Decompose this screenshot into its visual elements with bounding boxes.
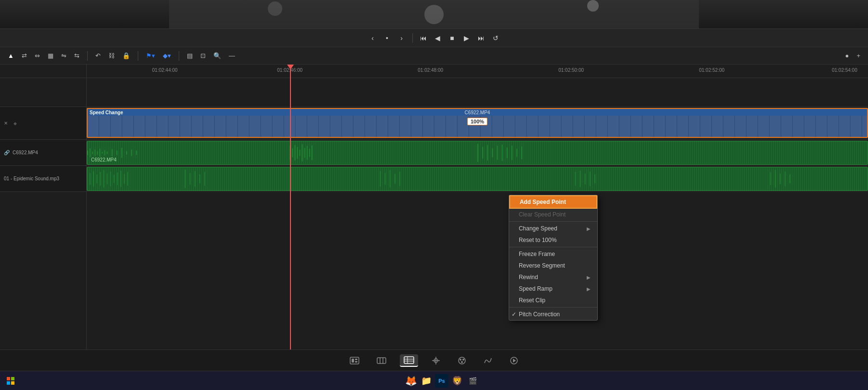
lock-button[interactable]: 🔒: [119, 50, 133, 62]
flag-button[interactable]: ⚑▾: [143, 50, 158, 62]
separator: [412, 33, 413, 43]
svg-marker-84: [513, 359, 516, 363]
fusion-page-button[interactable]: [428, 354, 444, 367]
svg-rect-36: [93, 171, 94, 187]
transport-bar: ‹ • › ⏮ ◀ ■ ▶ ⏭ ↺: [0, 29, 868, 47]
step-forward-button[interactable]: ⏭: [475, 32, 487, 44]
zoom-out-button[interactable]: —: [226, 50, 238, 62]
context-menu-reset-clip[interactable]: Reset Clip: [509, 295, 597, 306]
pitch-correction-label: Pitch Correction: [519, 311, 560, 318]
nav-back-button[interactable]: ‹: [367, 32, 379, 44]
marker-button[interactable]: ◆▾: [160, 50, 174, 62]
brave-icon[interactable]: 🦁: [450, 374, 464, 388]
go-start-button[interactable]: ⏮: [418, 32, 429, 44]
folder-icon[interactable]: 📁: [420, 374, 433, 388]
transform-button[interactable]: ⇆: [71, 50, 82, 62]
firefox-icon[interactable]: 🦊: [404, 374, 418, 388]
stop-button[interactable]: ■: [447, 32, 458, 44]
loop-button[interactable]: ↺: [490, 32, 501, 44]
photoshop-icon[interactable]: Ps: [435, 374, 448, 388]
zoom-fit-button[interactable]: ⊡: [197, 50, 209, 62]
track-row-video[interactable]: Speed Change C6922.MP4 100%: [87, 107, 868, 140]
fairlight-icon: [484, 356, 492, 365]
ruler-tick-5: 01:02:52:00: [699, 67, 724, 73]
svg-rect-8: [107, 151, 108, 154]
media-pool-button[interactable]: [346, 355, 363, 366]
svg-rect-20: [302, 144, 303, 161]
clip-view-button[interactable]: ▤: [184, 50, 196, 62]
plus-button[interactable]: +: [854, 50, 863, 62]
split-tool-button[interactable]: ⇔: [32, 50, 43, 62]
ruler-tick-6: 01:02:54:00: [832, 67, 857, 73]
curve-button[interactable]: ↶: [92, 50, 104, 62]
fusion-icon: [432, 356, 440, 365]
context-menu-reverse-segment[interactable]: Reverse Segment: [509, 260, 597, 271]
svg-rect-47: [185, 170, 186, 188]
svg-rect-64: [780, 173, 781, 184]
track-row-audio2[interactable]: [87, 166, 868, 192]
step-back-button[interactable]: ◀: [432, 32, 444, 44]
track-header-empty: [0, 78, 86, 107]
reverse-segment-label: Reverse Segment: [519, 262, 565, 269]
ruler-tick-3: 01:02:48:00: [418, 67, 443, 73]
context-menu-rewind[interactable]: Rewind ▶: [509, 271, 597, 283]
audio1-clip[interactable]: C6922.MP4: [87, 141, 868, 165]
edit-page-button[interactable]: [400, 354, 418, 367]
waveform-svg2: [87, 167, 868, 190]
deliver-page-button[interactable]: [506, 354, 522, 367]
clear-speed-point-label: Clear Speed Point: [519, 211, 566, 218]
svg-rect-56: [399, 172, 400, 187]
svg-rect-58: [580, 171, 581, 188]
nav-dot-button[interactable]: •: [381, 32, 393, 44]
svg-rect-46: [127, 172, 128, 186]
ruler-tick-2: 01:02:46:00: [277, 67, 302, 73]
windows-start-button[interactable]: [4, 374, 17, 388]
context-menu-pitch-correction[interactable]: ✓ Pitch Correction: [509, 309, 597, 320]
color-page-button[interactable]: [454, 354, 470, 367]
nav-forward-button[interactable]: ›: [396, 32, 408, 44]
taskbar: 🦊 📁 Ps 🦁 🎬: [0, 371, 868, 390]
track-row-audio1[interactable]: C6922.MP4: [87, 140, 868, 166]
davinci-icon[interactable]: 🎬: [466, 374, 479, 388]
svg-rect-67: [350, 357, 359, 364]
video-clip[interactable]: Speed Change C6922.MP4 100%: [87, 108, 868, 138]
svg-rect-13: [131, 149, 132, 156]
play-button[interactable]: ▶: [461, 32, 473, 44]
svg-rect-61: [594, 174, 595, 183]
link-button[interactable]: ⛓: [105, 50, 118, 62]
timeline-main[interactable]: 01:02:44:00 01:02:46:00 01:02:48:00 01:0…: [87, 65, 868, 350]
svg-point-81: [462, 359, 464, 361]
svg-rect-53: [385, 173, 386, 185]
svg-rect-55: [395, 174, 395, 184]
context-menu-reset-100[interactable]: Reset to 100%: [509, 234, 597, 246]
svg-rect-71: [377, 358, 386, 363]
context-menu-clear-speed-point[interactable]: Clear Speed Point: [509, 209, 597, 220]
audio2-clip[interactable]: [87, 167, 868, 191]
ruler-tick-1: 01:02:44:00: [152, 67, 178, 73]
svg-rect-74: [404, 357, 414, 363]
blade-tool-button[interactable]: ▦: [45, 50, 56, 62]
select-tool-button[interactable]: ▲: [5, 50, 17, 62]
cut-page-button[interactable]: [373, 355, 390, 366]
separator1: [87, 51, 88, 61]
track-header-video: ✕ ◆: [0, 107, 86, 140]
trim-tool-button[interactable]: ⇄: [19, 50, 30, 62]
svg-rect-5: [99, 148, 100, 157]
slip-tool-button[interactable]: ⇋: [58, 50, 69, 62]
separator2: [138, 51, 138, 61]
context-menu-freeze-frame[interactable]: Freeze Frame: [509, 248, 597, 260]
svg-rect-22: [307, 146, 308, 160]
audio1-label: C6922.MP4: [13, 150, 38, 155]
small-dot-button[interactable]: ●: [842, 50, 852, 62]
zoom-in-button[interactable]: 🔍: [210, 50, 224, 62]
context-menu-change-speed[interactable]: Change Speed ▶: [509, 223, 597, 234]
svg-rect-11: [121, 148, 122, 158]
fairlight-page-button[interactable]: [480, 354, 496, 367]
svg-rect-63: [775, 170, 776, 188]
context-menu-add-speed-point[interactable]: Add Speed Point: [509, 195, 597, 209]
svg-rect-62: [770, 173, 771, 186]
video-clip-speed-label: Speed Change: [90, 110, 123, 115]
video-clip-file-label: C6922.MP4: [465, 110, 490, 115]
context-menu-speed-ramp[interactable]: Speed Ramp ▶: [509, 283, 597, 295]
audio2-label: 01 - Epidemic Sound.mp3: [4, 176, 59, 181]
